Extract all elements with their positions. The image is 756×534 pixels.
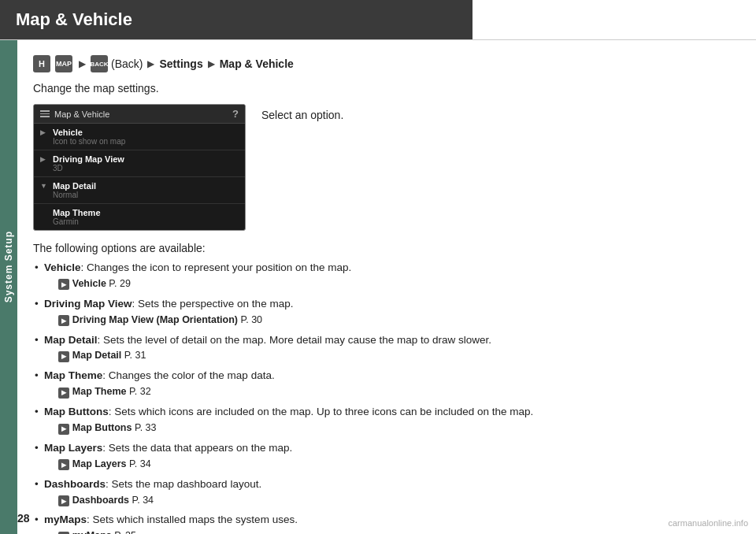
- ref-line-driving: ▶ Driving Map View (Map Orientation) P. …: [44, 313, 732, 328]
- ref-line-maplayers: ▶ Map Layers P. 34: [44, 457, 732, 472]
- option-name-dashboards: Dashboards: [44, 478, 106, 490]
- option-name-maplayers: Map Layers: [44, 442, 102, 454]
- list-item-mapdetail: Map Detail: Sets the level of detail on …: [33, 333, 732, 364]
- ref-text-vehicle: Vehicle: [72, 278, 109, 289]
- screen-item-maptheme-sub: Garmin: [53, 217, 237, 226]
- screen-header-left: Map & Vehicle: [40, 109, 109, 119]
- option-desc-mapdetail: : Sets the level of detail on the map. M…: [98, 334, 492, 346]
- option-desc-driving: : Sets the perspective on the map.: [132, 298, 294, 310]
- list-item-maplayers: Map Layers: Sets the data that appears o…: [33, 441, 732, 472]
- screen-item-maptheme-title: Map Theme: [53, 208, 237, 217]
- option-name-driving: Driving Map View: [44, 298, 132, 310]
- option-name-vehicle: Vehicle: [44, 261, 81, 273]
- screen-item-driving[interactable]: Driving Map View 3D: [34, 150, 245, 177]
- option-desc-mymaps: : Sets which installed maps the system u…: [87, 514, 298, 525]
- screen-header-title: Map & Vehicle: [54, 109, 109, 119]
- screen-items: Vehicle Icon to show on map Driving Map …: [34, 124, 245, 230]
- screen-item-vehicle-title: Vehicle: [53, 128, 237, 137]
- ref-icon-vehicle: ▶: [58, 279, 69, 290]
- back-label: (Back): [111, 57, 143, 70]
- list-item-mymaps: myMaps: Sets which installed maps the sy…: [33, 513, 732, 534]
- ref-text-driving: Driving Map View (Map Orientation): [72, 314, 241, 325]
- ref-icon-maplayers: ▶: [58, 459, 69, 470]
- ref-page-maptheme: P. 32: [129, 386, 151, 397]
- ref-line-vehicle: ▶ Vehicle P. 29: [44, 276, 732, 291]
- list-item-driving: Driving Map View: Sets the perspective o…: [33, 297, 732, 328]
- option-name-maptheme: Map Theme: [44, 369, 102, 381]
- ref-text-maplayers: Map Layers: [72, 458, 129, 469]
- list-item-mapbuttons: Map Buttons: Sets which icons are includ…: [33, 405, 732, 436]
- screen-item-driving-title: Driving Map View: [53, 154, 237, 164]
- ref-line-maptheme: ▶ Map Theme P. 32: [44, 384, 732, 399]
- ref-line-mapbuttons: ▶ Map Buttons P. 33: [44, 421, 732, 436]
- header-bar: Map & Vehicle: [0, 0, 472, 39]
- select-option-text: Select an option.: [261, 104, 343, 121]
- screen-item-vehicle[interactable]: Vehicle Icon to show on map: [34, 124, 245, 150]
- content-row: Map & Vehicle ? Vehicle Icon to show on …: [33, 104, 732, 231]
- hamburger-icon: [40, 110, 50, 117]
- screen-item-mapdetail-title: Map Detail: [53, 181, 237, 191]
- ref-icon-mapdetail: ▶: [58, 351, 69, 362]
- screen-panel: Map & Vehicle ? Vehicle Icon to show on …: [33, 104, 246, 231]
- screen-item-driving-sub: 3D: [53, 164, 237, 172]
- breadcrumb-arrow-1: ▶: [79, 58, 86, 69]
- option-name-mapdetail: Map Detail: [44, 334, 98, 346]
- screen-question-mark: ?: [232, 108, 239, 120]
- ref-icon-dashboards: ▶: [58, 495, 69, 506]
- options-list: Vehicle: Changes the icon to represent y…: [33, 261, 732, 534]
- back-icon: BACK: [91, 55, 108, 72]
- breadcrumb-arrow-3: ▶: [208, 58, 215, 69]
- watermark: carmanualonline.info: [668, 518, 748, 528]
- ref-icon-mapbuttons: ▶: [58, 424, 69, 435]
- page-number: 28: [17, 512, 30, 525]
- option-desc-dashboards: : Sets the map dashboard layout.: [106, 478, 261, 490]
- settings-label: Settings: [159, 57, 202, 70]
- home-icon: H: [33, 55, 50, 72]
- ref-text-dashboards: Dashboards: [72, 495, 132, 506]
- ref-text-mymaps: myMaps: [72, 530, 115, 534]
- ref-icon-driving: ▶: [58, 315, 69, 326]
- breadcrumb-arrow-2: ▶: [147, 58, 154, 69]
- current-page-label: Map & Vehicle: [220, 57, 294, 70]
- list-item-dashboards: Dashboards: Sets the map dashboard layou…: [33, 477, 732, 508]
- ref-icon-maptheme: ▶: [58, 388, 69, 399]
- ref-page-driving: P. 30: [240, 314, 262, 325]
- ref-page-mapdetail: P. 31: [124, 350, 146, 361]
- breadcrumb: H MAP ▶ BACK (Back) ▶ Settings ▶ Map & V…: [33, 55, 732, 72]
- option-desc-maptheme: : Changes the color of the map data.: [102, 369, 274, 381]
- option-desc-maplayers: : Sets the data that appears on the map.: [102, 442, 292, 454]
- screen-item-mapdetail-sub: Normal: [53, 191, 237, 199]
- screen-item-vehicle-sub: Icon to show on map: [53, 137, 237, 146]
- option-desc-vehicle: : Changes the icon to represent your pos…: [81, 261, 352, 273]
- ref-line-dashboards: ▶ Dashboards P. 34: [44, 493, 732, 508]
- ref-page-mapbuttons: P. 33: [135, 422, 157, 433]
- options-section: The following options are available: Veh…: [33, 242, 732, 534]
- ref-text-mapbuttons: Map Buttons: [72, 422, 135, 433]
- option-name-mymaps: myMaps: [44, 514, 87, 525]
- ref-page-maplayers: P. 34: [129, 458, 151, 469]
- list-item-maptheme: Map Theme: Changes the color of the map …: [33, 369, 732, 399]
- description-text: Change the map settings.: [33, 82, 732, 95]
- map-icon: MAP: [55, 55, 72, 72]
- main-content: H MAP ▶ BACK (Back) ▶ Settings ▶ Map & V…: [17, 39, 756, 534]
- ref-text-mapdetail: Map Detail: [72, 350, 124, 361]
- side-tab-label: System Setup: [3, 231, 14, 302]
- screen-item-mapdetail[interactable]: Map Detail Normal: [34, 177, 245, 204]
- ref-text-maptheme: Map Theme: [72, 386, 129, 397]
- ref-page-dashboards: P. 34: [132, 495, 154, 506]
- page-title: Map & Vehicle: [16, 9, 132, 30]
- ref-line-mymaps: ▶ myMaps P. 35: [44, 528, 732, 534]
- option-name-mapbuttons: Map Buttons: [44, 406, 109, 417]
- side-tab: System Setup: [0, 0, 17, 534]
- ref-page-vehicle: P. 29: [109, 278, 131, 289]
- screen-item-maptheme[interactable]: Map Theme Garmin: [34, 204, 245, 230]
- option-desc-mapbuttons: : Sets which icons are included on the m…: [109, 406, 534, 417]
- ref-line-mapdetail: ▶ Map Detail P. 31: [44, 348, 732, 363]
- screen-header: Map & Vehicle ?: [34, 105, 245, 124]
- ref-page-mymaps: P. 35: [114, 530, 136, 534]
- options-intro: The following options are available:: [33, 242, 732, 254]
- list-item-vehicle: Vehicle: Changes the icon to represent y…: [33, 261, 732, 291]
